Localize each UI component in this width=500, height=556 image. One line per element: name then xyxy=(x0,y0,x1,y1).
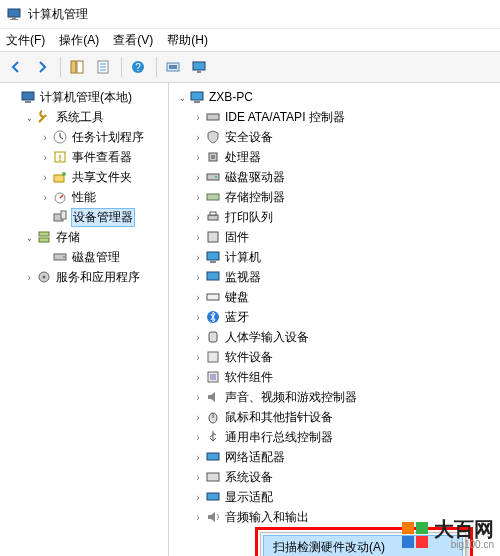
tools-icon xyxy=(36,109,52,125)
properties-button[interactable] xyxy=(91,55,115,79)
computer-mgmt-icon xyxy=(20,89,36,105)
expander-icon[interactable]: › xyxy=(192,172,203,183)
svg-rect-44 xyxy=(207,294,219,300)
expander-open-icon[interactable]: ⌄ xyxy=(23,112,34,123)
svg-rect-43 xyxy=(207,272,219,280)
svg-text:?: ? xyxy=(135,62,141,73)
scan-hardware-button[interactable] xyxy=(161,55,185,79)
expander-icon[interactable]: › xyxy=(39,172,50,183)
help-button[interactable]: ? xyxy=(126,55,150,79)
expander-icon[interactable]: › xyxy=(192,472,203,483)
menu-view[interactable]: 查看(V) xyxy=(113,32,153,49)
menu-action[interactable]: 操作(A) xyxy=(59,32,99,49)
expander-icon[interactable]: › xyxy=(39,152,50,163)
expander-icon[interactable]: › xyxy=(192,272,203,283)
expander-icon[interactable]: › xyxy=(192,412,203,423)
svg-rect-34 xyxy=(211,155,215,159)
expander-icon[interactable]: › xyxy=(192,212,203,223)
show-hide-tree-button[interactable] xyxy=(65,55,89,79)
menu-help[interactable]: 帮助(H) xyxy=(167,32,208,49)
expander-icon[interactable]: › xyxy=(192,112,203,123)
window-title: 计算机管理 xyxy=(28,6,88,23)
expander-icon[interactable]: › xyxy=(192,492,203,503)
device-category-network[interactable]: ›网络适配器 xyxy=(169,447,500,467)
device-category[interactable]: ›安全设备 xyxy=(169,127,500,147)
share-icon xyxy=(52,169,68,185)
tree-performance[interactable]: › 性能 xyxy=(0,187,168,207)
svg-rect-23 xyxy=(61,211,66,219)
tree-storage[interactable]: ⌄ 存储 xyxy=(0,227,168,247)
device-category[interactable]: ›处理器 xyxy=(169,147,500,167)
expander-icon[interactable]: › xyxy=(192,152,203,163)
tree-label: 人体学输入设备 xyxy=(225,329,309,346)
expander-icon[interactable]: › xyxy=(39,132,50,143)
bluetooth-icon xyxy=(205,309,221,325)
device-category[interactable]: ›监视器 xyxy=(169,267,500,287)
device-category[interactable]: ›固件 xyxy=(169,227,500,247)
device-tree-root[interactable]: ⌄ ZXB-PC xyxy=(169,87,500,107)
svg-rect-31 xyxy=(194,101,200,103)
app-icon xyxy=(6,6,22,22)
expander-icon[interactable]: › xyxy=(192,392,203,403)
device-category[interactable]: ›打印队列 xyxy=(169,207,500,227)
svg-rect-25 xyxy=(39,238,49,242)
expander-icon[interactable]: › xyxy=(192,132,203,143)
svg-rect-39 xyxy=(210,212,216,215)
device-category[interactable]: ›软件设备 xyxy=(169,347,500,367)
toolbar: ? xyxy=(0,51,500,83)
device-category[interactable]: ›声音、视频和游戏控制器 xyxy=(169,387,500,407)
expander-icon[interactable]: › xyxy=(192,312,203,323)
tree-system-tools[interactable]: ⌄ 系统工具 xyxy=(0,107,168,127)
device-category[interactable]: ›蓝牙 xyxy=(169,307,500,327)
device-category[interactable]: ›磁盘驱动器 xyxy=(169,167,500,187)
mouse-icon xyxy=(205,409,221,425)
expander-open-icon[interactable]: ⌄ xyxy=(176,92,187,103)
expander-icon[interactable]: › xyxy=(192,252,203,263)
expander-icon[interactable]: › xyxy=(39,192,50,203)
tree-device-manager[interactable]: 设备管理器 xyxy=(0,207,168,227)
device-category[interactable]: ›存储控制器 xyxy=(169,187,500,207)
expander-icon[interactable]: › xyxy=(192,352,203,363)
device-manager-icon xyxy=(52,209,68,225)
device-category[interactable]: ›显示适配 xyxy=(169,487,500,507)
tree-event-viewer[interactable]: › ! 事件查看器 xyxy=(0,147,168,167)
tree-label: 软件设备 xyxy=(225,349,273,366)
expander-open-icon[interactable]: ⌄ xyxy=(23,232,34,243)
svg-rect-40 xyxy=(208,232,218,242)
monitor-button[interactable] xyxy=(187,55,211,79)
device-category[interactable]: ›软件组件 xyxy=(169,367,500,387)
tree-label: 任务计划程序 xyxy=(72,129,144,146)
services-icon xyxy=(36,269,52,285)
expander-icon[interactable]: › xyxy=(192,332,203,343)
tree-root-computer-mgmt[interactable]: 计算机管理(本地) xyxy=(0,87,168,107)
computer-node-icon xyxy=(205,249,221,265)
expander-icon[interactable]: › xyxy=(192,432,203,443)
expander-icon[interactable]: › xyxy=(192,452,203,463)
expander-icon[interactable]: › xyxy=(192,192,203,203)
right-tree[interactable]: ⌄ ZXB-PC ›IDE ATA/ATAPI 控制器 ›安全设备 ›处理器 ›… xyxy=(169,83,500,556)
tree-label: IDE ATA/ATAPI 控制器 xyxy=(225,109,345,126)
forward-button[interactable] xyxy=(30,55,54,79)
device-category[interactable]: ›计算机 xyxy=(169,247,500,267)
expander-icon[interactable]: › xyxy=(23,272,34,283)
device-category[interactable]: ›IDE ATA/ATAPI 控制器 xyxy=(169,107,500,127)
device-category[interactable]: ›键盘 xyxy=(169,287,500,307)
tree-disk-mgmt[interactable]: 磁盘管理 xyxy=(0,247,168,267)
expander-icon[interactable]: › xyxy=(192,292,203,303)
back-button[interactable] xyxy=(4,55,28,79)
system-device-icon xyxy=(205,469,221,485)
tree-task-scheduler[interactable]: › 任务计划程序 xyxy=(0,127,168,147)
tree-shared-folders[interactable]: › 共享文件夹 xyxy=(0,167,168,187)
expander-icon[interactable]: › xyxy=(192,232,203,243)
tree-label: 音频输入和输出 xyxy=(225,509,309,526)
tree-label: 磁盘驱动器 xyxy=(225,169,285,186)
left-tree[interactable]: 计算机管理(本地) ⌄ 系统工具 › 任务计划程序 › ! 事件查看器 › 共享… xyxy=(0,83,169,556)
expander-icon[interactable]: › xyxy=(192,512,203,523)
menu-file[interactable]: 文件(F) xyxy=(6,32,45,49)
expander-icon[interactable]: › xyxy=(192,372,203,383)
device-category[interactable]: ›系统设备 xyxy=(169,467,500,487)
device-category[interactable]: ›人体学输入设备 xyxy=(169,327,500,347)
tree-services-apps[interactable]: › 服务和应用程序 xyxy=(0,267,168,287)
device-category[interactable]: ›通用串行总线控制器 xyxy=(169,427,500,447)
device-category[interactable]: ›鼠标和其他指针设备 xyxy=(169,407,500,427)
